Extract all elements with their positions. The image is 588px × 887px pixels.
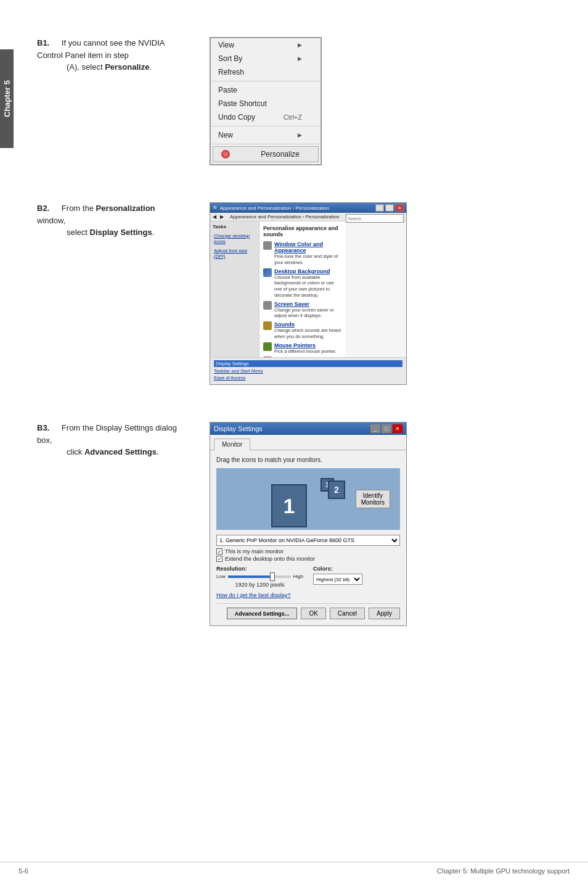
context-menu: View Sort By Refresh Paste Paste Shortcu… xyxy=(210,38,321,165)
menu-item-sortby: Sort By xyxy=(211,52,321,65)
persona-title-theme[interactable]: Theme xyxy=(274,357,314,357)
svg-point-1 xyxy=(223,152,228,157)
ds-resolution-colors-row: Resolution: Low High 1920 by 1200 pixels xyxy=(216,566,400,592)
sidebar-item-change-desktop-icons[interactable]: Change desktop icons xyxy=(213,232,256,245)
win-controls: _ □ ✕ xyxy=(375,204,404,212)
bottom-link-taskbar[interactable]: Taskbar and Start Menu xyxy=(214,368,402,374)
menu-item-paste-label: Paste xyxy=(218,86,237,94)
ds-maximize-btn[interactable]: □ xyxy=(382,424,391,433)
ds-advanced-settings-btn[interactable]: Advanced Settings... xyxy=(227,608,298,619)
persona-title-mouse[interactable]: Mouse Pointers xyxy=(274,342,337,349)
win-close-btn[interactable]: ✕ xyxy=(395,204,404,212)
ds-tab-monitor[interactable]: Monitor xyxy=(214,439,250,450)
chapter-tab: Chapter 5 xyxy=(0,49,14,148)
sidebar-item-adjust-font-size[interactable]: Adjust font size (DPI) xyxy=(213,247,256,260)
ds-help-link[interactable]: How do I get the best display? xyxy=(216,592,291,598)
menu-item-personalize-label: Personalize xyxy=(261,150,300,159)
win-title: 🔍 Appearance and Personalization › Perso… xyxy=(213,205,329,211)
persona-section-theme-text: Theme Change the theme. xyxy=(274,357,314,357)
ds-titlebar: Display Settings _ □ ✕ xyxy=(210,423,406,435)
persona-sub-screen-saver: Change your screen saver or adjust when … xyxy=(274,307,342,320)
persona-sub-sounds: Change which sounds are heard when you d… xyxy=(274,328,342,340)
persona-section-screen-saver: Screen Saver Change your screen saver or… xyxy=(263,301,342,320)
ds-apply-btn[interactable]: Apply xyxy=(369,608,400,619)
ds-resolution-slider-row: Low High xyxy=(216,574,303,579)
ds-checkbox-main-monitor: ✓ This is my main monitor xyxy=(216,548,400,555)
ds-resolution-slider[interactable] xyxy=(228,576,291,578)
win-maximize-btn[interactable]: □ xyxy=(385,204,394,212)
ds-checkbox-extend-desktop-box[interactable]: ✓ xyxy=(216,556,223,562)
ds-close-btn[interactable]: ✕ xyxy=(393,424,402,433)
win-toolbar: ◀ ▶ Appearance and Personalization › Per… xyxy=(210,213,406,221)
menu-item-new-label: New xyxy=(218,131,233,139)
b2-label: B2. From the Personalization window, sel… xyxy=(37,202,185,239)
ds-resolution-section: Resolution: Low High 1920 by 1200 pixels xyxy=(216,566,303,592)
ds-pixel-text: 1920 by 1200 pixels xyxy=(216,582,303,588)
ds-ok-btn[interactable]: OK xyxy=(301,608,325,619)
menu-item-personalize[interactable]: Personalize xyxy=(213,146,319,162)
ds-colors-select[interactable]: Highest (32 bit) xyxy=(313,574,362,585)
bottom-link-display-settings[interactable]: Display Settings xyxy=(214,360,402,367)
menu-item-undo-copy-shortcut: Ctrl+Z xyxy=(284,113,302,121)
ds-minimize-btn[interactable]: _ xyxy=(370,424,380,433)
persona-icon-sounds xyxy=(263,321,272,330)
ds-checkbox-main-monitor-box[interactable]: ✓ xyxy=(216,548,223,555)
b2-text1: From the xyxy=(62,204,96,213)
persona-title-desktop-bg[interactable]: Desktop Background xyxy=(274,268,342,274)
menu-item-paste-shortcut: Paste Shortcut xyxy=(211,97,321,110)
ds-body: Drag the icons to match your monitors. 1… xyxy=(210,450,406,625)
win-nav-forward: ▶ xyxy=(220,214,224,220)
persona-sub-window-color: Fine-tune the color and style of your wi… xyxy=(274,254,342,266)
ds-buttons-row: Advanced Settings... OK Cancel Apply xyxy=(216,603,400,619)
b1-text-bold: Personalize xyxy=(105,62,149,72)
persona-section-window-color-text: Window Color and Appearance Fine-tune th… xyxy=(274,241,342,266)
win-titlebar: 🔍 Appearance and Personalization › Perso… xyxy=(210,203,406,213)
persona-section-sounds-text: Sounds Change which sounds are heard whe… xyxy=(274,321,342,340)
persona-title-window-color[interactable]: Window Color and Appearance xyxy=(274,241,342,254)
section-b3: B3. From the Display Settings dialog box… xyxy=(37,422,570,626)
ds-resolution-slider-thumb xyxy=(270,572,275,581)
ds-resolution-slider-fill xyxy=(228,576,272,578)
persona-section-window-color: Window Color and Appearance Fine-tune th… xyxy=(263,241,342,266)
section-b2-text: B2. From the Personalization window, sel… xyxy=(37,202,185,241)
bottom-link-ease-of-access[interactable]: Ease of Access xyxy=(214,375,402,381)
ds-colors-section: Colors: Highest (32 bit) xyxy=(313,566,400,585)
b3-step: B3. xyxy=(37,423,49,432)
win-body: Tasks Change desktop icons Adjust font s… xyxy=(210,221,346,357)
win-minimize-btn[interactable]: _ xyxy=(375,204,384,212)
ds-identify-btn[interactable]: Identify Monitors xyxy=(356,490,390,508)
footer-page-number: 5-6 xyxy=(18,867,28,875)
win-search-input[interactable] xyxy=(346,214,404,223)
menu-item-paste: Paste xyxy=(211,83,321,97)
persona-icon-window-color xyxy=(263,241,272,250)
b3-text1: From the Display Settings dialog box, xyxy=(37,423,177,445)
menu-item-undo-copy: Undo Copy Ctrl+Z xyxy=(211,110,321,124)
menu-item-new: New xyxy=(211,128,321,142)
sidebar-tasks-label: Tasks xyxy=(213,224,256,229)
persona-title-sounds[interactable]: Sounds xyxy=(274,321,342,328)
persona-sub-mouse: Pick a different mouse pointer. xyxy=(274,349,337,355)
win-bottom-links: Display Settings Taskbar and Start Menu … xyxy=(210,357,406,384)
persona-sub-desktop-bg: Choose from available backgrounds or col… xyxy=(274,274,342,299)
persona-icon-mouse xyxy=(263,342,272,351)
ds-monitor-dropdown[interactable]: 1. Generic PnP Monitor on NVIDIA GeForce… xyxy=(216,535,400,546)
menu-separator-3 xyxy=(211,144,321,144)
menu-item-refresh: Refresh xyxy=(211,65,321,79)
ds-monitor-area: 1 3 4 2 Identify Monitors xyxy=(216,468,400,530)
ds-checkbox-main-monitor-label: This is my main monitor xyxy=(225,548,284,555)
b1-step: B1. xyxy=(37,38,49,47)
main-content: B1. If you cannot see the NVIDIA Control… xyxy=(18,0,588,688)
ds-cancel-btn[interactable]: Cancel xyxy=(330,608,365,619)
persona-section-sounds: Sounds Change which sounds are heard whe… xyxy=(263,321,342,340)
ds-monitor-stack: 3 4 2 xyxy=(308,478,345,527)
menu-item-paste-shortcut-label: Paste Shortcut xyxy=(218,99,267,108)
ds-checkbox-extend-desktop: ✓ Extend the desktop onto this monitor xyxy=(216,556,400,562)
ds-resolution-label: Resolution: xyxy=(216,566,303,572)
personalize-icon xyxy=(221,149,231,159)
b1-text1: If you cannot see the NVIDIA Control Pan… xyxy=(37,38,165,60)
ds-title: Display Settings xyxy=(214,425,263,432)
persona-title-screen-saver[interactable]: Screen Saver xyxy=(274,301,342,307)
win-main-content: Personalise appearance and sounds Window… xyxy=(259,221,346,357)
section-b1: B1. If you cannot see the NVIDIA Control… xyxy=(37,37,570,165)
chapter-tab-label: Chapter 5 xyxy=(2,80,12,117)
